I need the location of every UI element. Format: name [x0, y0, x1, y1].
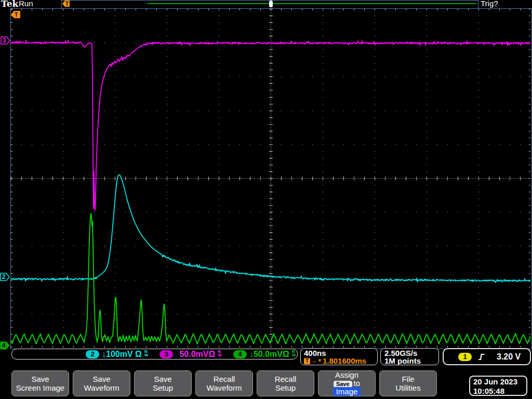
svg-text:T: T: [65, 1, 69, 7]
trigger-level-t-icon: T: [11, 11, 21, 19]
triangle-down-icon: ▼: [317, 357, 322, 365]
timebase-scale: 400ns: [304, 349, 377, 357]
record-waveform-preview: [147, 3, 476, 4]
trigger-source-badge: 1: [458, 353, 472, 361]
trigger-delay-value: 1.801600ms: [323, 357, 366, 365]
channel4-badge: 4: [233, 350, 247, 358]
rising-edge-icon: [478, 353, 486, 361]
record-view-bar: T: [61, 0, 478, 9]
channel-readout-box: 2 ↓100mV Ω BW 3 50.0mVΩ BW 4 ↓50.0mVΩ BW: [11, 349, 298, 360]
date-value: 20 Jun 2023: [473, 377, 526, 387]
trigger-level-value: 3.20 V: [497, 352, 521, 362]
save-setup-button[interactable]: SaveSetup: [134, 370, 192, 396]
channel3-position-tag: 3: [1, 36, 11, 45]
timebase-readout-box: 400ns T → ▼ 1.801600ms: [300, 348, 378, 365]
acquisition-status: Run: [19, 0, 33, 8]
channel3-bandwidth-indicator: BW: [218, 350, 222, 357]
waveform-display: [11, 9, 530, 348]
save-screen-image-button[interactable]: SaveScreen Image: [11, 370, 69, 396]
svg-text:3: 3: [3, 37, 6, 44]
channel2-position-tag: 2: [0, 273, 10, 282]
assign-save-button[interactable]: Assign Saveto Image: [318, 370, 376, 396]
recall-waveform-button[interactable]: RecallWaveform: [195, 370, 253, 396]
save-waveform-button[interactable]: SaveWaveform: [73, 370, 130, 396]
channel4-bandwidth-indicator: BW: [292, 350, 296, 357]
trigger-status: Trig?: [481, 0, 498, 8]
channel4-position-tag: 4: [0, 341, 10, 350]
sample-rate: 2.50GS/s: [384, 349, 438, 357]
trigger-delay-t-icon: T: [304, 358, 310, 364]
file-utilities-button[interactable]: FileUtilities: [379, 370, 437, 396]
trigger-readout-box: 1 3.20 V: [443, 348, 531, 365]
svg-text:T: T: [15, 11, 18, 18]
channel2-scale: ↓100mV Ω: [102, 350, 142, 359]
svg-text:4: 4: [2, 342, 6, 349]
oscilloscope-screen: Tek Run T Trig? T 3 2 4 2 ↓100mV Ω BW 3: [0, 0, 532, 399]
arrow-right-icon: →: [311, 357, 317, 365]
channel2-badge: 2: [86, 350, 99, 358]
trigger-t-icon: T: [62, 1, 70, 7]
channel2-bandwidth-indicator: BW: [144, 350, 149, 357]
assign-target-highlight: Image: [333, 387, 361, 396]
graticule: [10, 8, 532, 349]
recall-setup-button[interactable]: RecallSetup: [257, 370, 314, 396]
record-length: 1M points: [384, 357, 438, 365]
channel4-scale: ↓50.0mVΩ: [249, 350, 289, 359]
channel3-badge: 3: [159, 350, 173, 358]
datetime-box: 20 Jun 2023 10:05:48: [469, 376, 527, 396]
svg-text:2: 2: [2, 273, 6, 281]
time-value: 10:05:48: [473, 387, 526, 396]
trigger-position-marker: [269, 1, 273, 7]
tek-logo: Tek: [1, 0, 18, 9]
acquisition-readout-box: 2.50GS/s 1M points: [380, 348, 439, 365]
channel3-scale: 50.0mVΩ: [179, 350, 215, 359]
